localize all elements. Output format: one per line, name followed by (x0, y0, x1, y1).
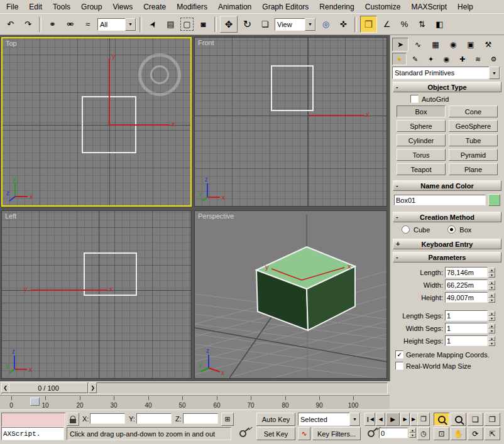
unlink-selection-icon[interactable]: ⚮ (62, 16, 78, 32)
category-cameras-icon[interactable]: ◉ (439, 53, 454, 65)
rollout-parameters-header[interactable]: - Parameters (393, 252, 501, 263)
rollout-toggle[interactable]: - (396, 213, 398, 220)
select-and-move-icon[interactable]: ✥ (220, 16, 238, 33)
snap-toggle-3d-icon[interactable]: ❒ (360, 16, 377, 33)
y-coord-field[interactable] (136, 413, 172, 424)
auto-key-button[interactable]: Auto Key (256, 413, 295, 426)
length-field[interactable]: 78,146m (445, 267, 488, 278)
height-segs-spinner[interactable]: ▲▼ (488, 336, 495, 346)
cone-button[interactable]: Cone (449, 106, 498, 117)
selection-lock-icon[interactable] (67, 413, 79, 426)
angle-snap-icon[interactable]: ∠ (379, 16, 395, 32)
select-and-rotate-icon[interactable]: ↻ (239, 16, 255, 32)
aux-window-icon[interactable]: ❐ (417, 413, 430, 426)
height-field[interactable]: 49,007m (445, 292, 488, 303)
geosphere-button[interactable]: GeoSphere (449, 120, 498, 132)
set-key-button[interactable]: Set Key (256, 427, 295, 440)
autogrid-checkbox[interactable] (410, 95, 419, 103)
time-slider-thumb[interactable]: 0 / 100 (9, 382, 88, 393)
select-and-manipulate-icon[interactable]: ✜ (336, 16, 351, 32)
rectangular-selection-region-icon[interactable]: ▢ (180, 18, 194, 31)
zoom-extents-icon[interactable]: ❏ (468, 413, 483, 426)
key-icon[interactable] (235, 427, 250, 440)
rollout-toggle[interactable]: - (396, 253, 398, 261)
spinner-snap-icon[interactable]: ⇅ (414, 16, 430, 32)
width-field[interactable]: 66,225m (445, 279, 488, 290)
primitives-category-dropdown[interactable]: Standard Primitives ▼ (392, 67, 500, 79)
z-coord-field[interactable] (183, 413, 218, 424)
menu-customize[interactable]: Customize (365, 3, 401, 11)
category-lights-icon[interactable]: ✦ (424, 53, 438, 65)
absolute-offset-toggle-icon[interactable]: ⊞ (221, 413, 234, 426)
zoom-icon[interactable] (434, 413, 449, 426)
viewport-front[interactable]: Front x z x y (194, 37, 387, 207)
width-spinner[interactable]: ▲▼ (488, 280, 495, 290)
tab-modify-icon[interactable]: ∿ (410, 38, 426, 51)
pyramid-button[interactable]: Pyramid (449, 149, 498, 161)
rollout-toggle[interactable]: + (396, 240, 400, 247)
viewport-top[interactable]: Top y x y x z (1, 37, 192, 207)
generate-mapping-coords-checkbox[interactable]: ✓ (395, 350, 403, 359)
rollout-creation-method-header[interactable]: - Creation Method (393, 212, 501, 222)
zoom-all-icon[interactable] (451, 413, 466, 426)
zoom-extents-all-icon[interactable]: ❐ (485, 413, 500, 426)
viewport-perspective[interactable]: Perspective (194, 210, 387, 379)
rollout-keyboard-entry-header[interactable]: + Keyboard Entry (393, 239, 501, 249)
menu-tools[interactable]: Tools (53, 3, 70, 11)
track-bar[interactable]: 0 10 20 30 40 50 60 70 80 90 100 (0, 395, 390, 409)
tube-button[interactable]: Tube (449, 134, 498, 146)
arc-rotate-icon[interactable]: ⟳ (468, 427, 483, 440)
viewport-left[interactable]: Left y x z x y (1, 210, 192, 379)
tab-motion-icon[interactable]: ◉ (445, 38, 461, 51)
pan-icon[interactable]: ✋ (451, 427, 466, 440)
length-spinner[interactable]: ▲▼ (488, 268, 495, 278)
tab-create-icon[interactable]: ➤ (392, 38, 408, 51)
current-frame-field[interactable] (379, 428, 408, 438)
tab-hierarchy-icon[interactable]: ▦ (427, 38, 444, 51)
menu-modifiers[interactable]: Modifiers (177, 3, 207, 11)
mirror-icon[interactable]: ◧ (432, 16, 447, 32)
rollout-object-type-header[interactable]: - Object Type (393, 82, 501, 92)
tab-utilities-icon[interactable]: ⚒ (480, 38, 496, 51)
category-helpers-icon[interactable]: ✚ (455, 53, 469, 65)
menu-file[interactable]: File (6, 3, 18, 11)
mini-curve-editor-icon[interactable]: ∿ (298, 427, 310, 440)
percent-snap-icon[interactable]: % (397, 16, 412, 32)
width-segs-spinner[interactable]: ▲▼ (488, 323, 495, 333)
plane-button[interactable]: Plane (449, 163, 498, 175)
undo-icon[interactable]: ↶ (3, 16, 18, 32)
rollout-name-and-color-header[interactable]: - Name and Color (393, 180, 501, 191)
maxscript-mini-listener[interactable]: AXScript. (1, 427, 64, 440)
teapot-button[interactable]: Teapot (397, 163, 446, 175)
category-systems-icon[interactable]: ⚙ (486, 53, 501, 65)
menu-graph-editors[interactable]: Graph Editors (262, 3, 309, 11)
rollout-toggle[interactable]: - (396, 181, 398, 189)
tab-display-icon[interactable]: ▣ (463, 38, 479, 51)
object-color-swatch[interactable] (488, 194, 500, 206)
frame-spinner[interactable]: ▲▼ (409, 428, 416, 438)
menu-views[interactable]: Views (112, 3, 133, 11)
real-world-map-size-checkbox[interactable] (395, 362, 403, 370)
cylinder-button[interactable]: Cylinder (397, 134, 446, 146)
length-segs-spinner[interactable]: ▲▼ (488, 311, 495, 321)
window-crossing-icon[interactable]: ◙ (195, 16, 211, 32)
min-max-toggle-icon[interactable]: ⇱ (485, 427, 500, 440)
box-radio[interactable] (447, 225, 456, 234)
cube-radio[interactable] (402, 225, 410, 234)
viewport-navigation-ring[interactable] (138, 53, 181, 96)
dropdown-arrow-icon[interactable]: ▼ (125, 18, 136, 31)
selection-set-dropdown[interactable]: Selected ▼ (298, 413, 361, 426)
time-configuration-icon[interactable]: ◷ (417, 427, 430, 440)
dropdown-arrow-icon[interactable]: ▼ (349, 413, 360, 426)
select-by-name-icon[interactable]: ▤ (163, 16, 178, 32)
selection-filter-dropdown[interactable]: All ▼ (97, 18, 136, 31)
x-coord-field[interactable] (90, 413, 125, 424)
dropdown-arrow-icon[interactable]: ▼ (489, 67, 500, 79)
next-frame-icon[interactable]: ▶ (400, 413, 410, 426)
category-geometry-icon[interactable]: ● (392, 53, 407, 65)
select-and-scale-icon[interactable]: ❏ (257, 16, 273, 32)
previous-frame-icon[interactable]: ◀ (376, 413, 385, 426)
key-filters-button[interactable]: Key Filters... (312, 427, 361, 440)
object-name-input[interactable] (394, 195, 486, 205)
bind-to-spacewarp-icon[interactable]: ≈ (80, 16, 96, 32)
